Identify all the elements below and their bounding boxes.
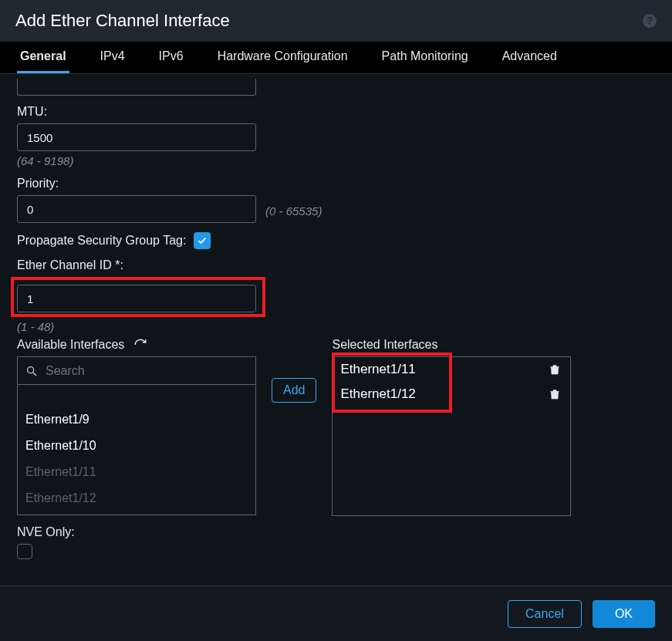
add-button[interactable]: Add (272, 378, 316, 403)
selected-item-label: Ethernet1/11 (340, 362, 415, 377)
search-icon (25, 365, 38, 377)
selected-row[interactable]: Ethernet1/11 (333, 357, 570, 382)
available-label: Available Interfaces (17, 338, 124, 352)
previous-field-remainder[interactable] (17, 79, 256, 96)
tab-hardware[interactable]: Hardware Configuration (214, 42, 351, 73)
dialog-footer: Cancel OK (0, 585, 672, 641)
mtu-field[interactable] (17, 123, 256, 151)
ok-button[interactable]: OK (593, 600, 655, 628)
selected-listbox[interactable]: Ethernet1/11 Ethernet1/12 (332, 356, 571, 516)
priority-hint: (0 - 65535) (265, 204, 322, 218)
dialog-titlebar: Add Ether Channel Interface ? (0, 0, 672, 42)
selected-label: Selected Interfaces (332, 338, 437, 352)
tab-general[interactable]: General (17, 42, 69, 73)
list-item[interactable]: Ethernet1/10 (18, 433, 255, 459)
available-search-input[interactable] (44, 363, 248, 379)
svg-point-0 (28, 366, 34, 373)
list-item: Ethernet1/12 (18, 485, 255, 511)
tab-ipv4[interactable]: IPv4 (97, 42, 128, 73)
svg-line-1 (33, 373, 36, 376)
nve-label: NVE Only: (17, 525, 655, 539)
nve-checkbox[interactable] (17, 544, 32, 559)
mtu-label: MTU: (17, 105, 655, 119)
selected-row[interactable]: Ethernet1/12 (333, 382, 570, 407)
tab-bar: General IPv4 IPv6 Hardware Configuration… (0, 42, 672, 74)
check-icon (197, 235, 208, 246)
cancel-button[interactable]: Cancel (508, 600, 582, 628)
echannel-highlight (11, 277, 265, 317)
propagate-checkbox[interactable] (194, 232, 211, 249)
selected-item-label: Ethernet1/12 (340, 386, 415, 402)
priority-field[interactable] (17, 195, 256, 223)
list-item[interactable]: Ethernet1/9 (18, 407, 255, 433)
mtu-hint: (64 - 9198) (17, 154, 655, 167)
refresh-icon[interactable] (133, 338, 147, 352)
propagate-label: Propagate Security Group Tag: (17, 234, 186, 248)
echannel-field[interactable] (17, 285, 256, 312)
priority-label: Priority: (17, 177, 655, 191)
tab-pathmon[interactable]: Path Monitoring (379, 42, 471, 73)
echannel-hint: (1 - 48) (17, 320, 655, 333)
list-item: Ethernet1/11 (18, 459, 255, 485)
dialog-title: Add Ether Channel Interface (15, 11, 230, 31)
tab-advanced[interactable]: Advanced (499, 42, 560, 73)
echannel-label: Ether Channel ID *: (17, 258, 655, 272)
trash-icon[interactable] (549, 387, 561, 401)
available-search[interactable] (17, 356, 256, 384)
tab-ipv6[interactable]: IPv6 (156, 42, 187, 73)
list-item (18, 385, 255, 407)
help-icon[interactable]: ? (643, 14, 657, 28)
available-listbox[interactable]: Ethernet1/9 Ethernet1/10 Ethernet1/11 Et… (17, 384, 256, 515)
trash-icon[interactable] (549, 363, 561, 376)
